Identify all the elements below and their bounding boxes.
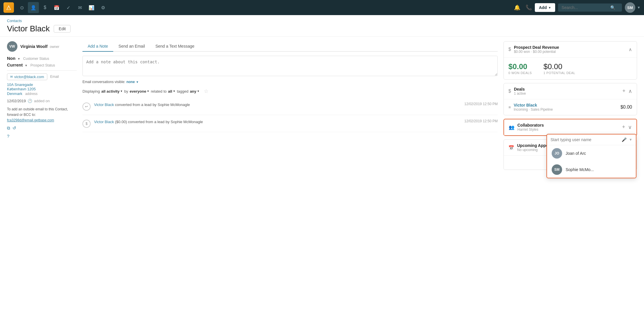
filter-row: Displaying all activity ▼ by everyone ▼ …: [82, 88, 498, 94]
prospect-status-row: Current ▼ Prospect Status: [7, 62, 77, 67]
collaborators-title: Collaborators: [517, 123, 544, 127]
activity-text-2: Victor Black ($0.00) converted from a le…: [94, 119, 461, 125]
settings-icon[interactable]: ⚙: [98, 2, 109, 13]
dollar-widget-icon: $: [508, 47, 511, 52]
owner-label: owner: [50, 45, 60, 49]
dropdown-user-joan[interactable]: JO Joan of Arc: [547, 145, 636, 161]
user-menu-arrow[interactable]: ▼: [637, 6, 641, 10]
customer-status-value[interactable]: Non: [7, 56, 15, 61]
copy-icon[interactable]: ⧉: [7, 125, 10, 132]
collaborators-add-icon[interactable]: +: [622, 124, 625, 130]
filter-any-arrow: ▼: [197, 90, 199, 93]
check-icon[interactable]: ✓: [63, 2, 74, 13]
chart-icon[interactable]: 📊: [86, 2, 97, 13]
date-added: 12/02/2019: [7, 99, 26, 103]
forwarding-section: To add an outside email to this Contact,…: [7, 107, 77, 140]
dollar-icon[interactable]: $: [39, 2, 51, 13]
prospect-status-arrow[interactable]: ▼: [25, 64, 28, 67]
activity-actor-link-2[interactable]: Victor Black: [94, 120, 114, 124]
email-conv-value[interactable]: none: [126, 80, 135, 84]
deal-pipeline-icon: ≡: [508, 105, 511, 109]
owner-name: Virginia Woolf: [20, 44, 48, 49]
breadcrumb[interactable]: Contacts: [7, 19, 637, 23]
left-sidebar: VW Virginia Woolf owner Non ▼ Customer S…: [7, 41, 77, 306]
filter-everyone-dropdown[interactable]: everyone ▼: [130, 89, 150, 94]
email-conv-label: Email conversations visible:: [82, 80, 125, 84]
top-navigation: ⊙ 👤 $ 📅 ✓ ✉ 📊 ⚙ 🔔 📞 Add ▼ 🔍 SM ▼: [0, 0, 644, 15]
filter-activity-dropdown[interactable]: all activity ▼: [101, 89, 123, 94]
prospect-deal-title: Prospect Deal Revenue: [514, 45, 559, 50]
app-logo[interactable]: [3, 2, 14, 13]
main-content: VW Virginia Woolf owner Non ▼ Customer S…: [0, 37, 644, 309]
tab-send-email[interactable]: Send an Email: [113, 41, 150, 51]
notifications-icon[interactable]: 🔔: [512, 2, 523, 13]
owner-row: VW Virginia Woolf owner: [7, 41, 77, 52]
tab-send-text[interactable]: Send a Text Message: [150, 41, 199, 51]
collaborators-icon: 👥: [509, 125, 515, 130]
deals-actions: + ∧: [622, 88, 632, 94]
filter-all-arrow: ▼: [173, 90, 175, 93]
email-nav-icon[interactable]: ✉: [74, 2, 85, 13]
prospect-deal-widget: $ Prospect Deal Revenue $0.00 won · $0.0…: [503, 41, 637, 80]
email-row: ✉ victor@black.com Email: [7, 73, 77, 80]
dropdown-arrow-icon[interactable]: ▼: [629, 138, 632, 142]
potential-amount: $0.00: [544, 62, 575, 71]
filter-any-dropdown[interactable]: any ▼: [190, 89, 199, 94]
person-icon[interactable]: 👤: [28, 2, 39, 13]
customer-status-row: Non ▼ Customer Status: [7, 56, 77, 61]
address-line2: København 1205: [7, 87, 77, 91]
filter-all-dropdown[interactable]: all ▼: [168, 89, 175, 94]
deals-collapse-icon[interactable]: ∧: [628, 88, 632, 94]
collaborator-search-input[interactable]: [551, 137, 619, 142]
deal-name[interactable]: Victor Black: [514, 103, 553, 107]
star-favorite-icon[interactable]: ☆: [204, 88, 208, 94]
edit-button[interactable]: Edit: [54, 25, 71, 33]
forward-text: To add an outside email to this Contact,…: [7, 107, 68, 117]
dropdown-user-sophie[interactable]: SM Sophie McMo...: [547, 161, 636, 178]
add-button[interactable]: Add ▼: [535, 3, 555, 12]
deals-widget: $ Deals 1 active + ∧ ≡ Victor Black Inc: [503, 83, 637, 115]
collaborators-collapse-icon[interactable]: ∨: [628, 124, 632, 130]
deals-header: $ Deals 1 active + ∧: [504, 83, 637, 99]
filter-tagged: tagged: [177, 89, 188, 94]
phone-icon[interactable]: 📞: [523, 2, 534, 13]
customer-status-arrow[interactable]: ▼: [17, 57, 20, 60]
help-icon[interactable]: ?: [7, 133, 9, 140]
deals-subtitle: 1 active: [514, 91, 526, 96]
forward-email[interactable]: fca3298d@email.getbase.com: [7, 118, 54, 122]
search-input[interactable]: [562, 5, 608, 10]
date-label: added on: [34, 99, 50, 103]
prospect-deal-collapse[interactable]: ∧: [629, 47, 632, 52]
address-line1: 10A Snaregade: [7, 82, 77, 87]
speedometer-icon[interactable]: ⊙: [16, 2, 27, 13]
email-field[interactable]: ✉ victor@black.com: [7, 73, 47, 80]
activity-actor-link[interactable]: Victor Black: [94, 103, 114, 107]
clock-icon: 🕐: [28, 99, 32, 103]
filter-activity-arrow: ▼: [120, 90, 123, 93]
add-dropdown-arrow: ▼: [548, 6, 551, 9]
activity-time-2: 12/02/2019 12:50 PM: [464, 119, 498, 123]
user-avatar[interactable]: SM: [625, 2, 635, 13]
filter-by: by: [124, 89, 128, 94]
address-block[interactable]: 10A Snaregade København 1205 Denmark add…: [7, 82, 77, 96]
calendar-icon[interactable]: 📅: [51, 2, 62, 13]
refresh-icon[interactable]: ↺: [12, 125, 16, 132]
tab-add-note[interactable]: Add a Note: [82, 41, 113, 52]
prospect-deal-subtitle: $0.00 won · $0.00 potential: [514, 50, 559, 54]
email-conv-arrow[interactable]: ▼: [136, 80, 139, 84]
note-textarea[interactable]: [82, 56, 498, 76]
deals-add-icon[interactable]: +: [622, 88, 625, 94]
activity-time: 12/02/2019 12:50 PM: [464, 102, 498, 106]
activity-icon-deal: $: [82, 120, 91, 128]
activity-text: Victor Black converted from a lead by So…: [94, 102, 461, 108]
collaborators-actions: + ∨: [622, 124, 632, 130]
address-label: address: [25, 92, 38, 96]
appointments-calendar-icon: 📅: [508, 145, 514, 150]
activity-item-2: $ Victor Black ($0.00) converted from a …: [82, 115, 498, 132]
right-panel: $ Prospect Deal Revenue $0.00 won · $0.0…: [503, 41, 637, 306]
search-icon: 🔍: [610, 5, 615, 10]
sophie-name: Sophie McMo...: [566, 167, 594, 172]
prospect-status-value[interactable]: Current: [7, 62, 23, 67]
address-line3: Denmark: [7, 91, 22, 96]
prospect-deal-body: $0.00 0 WON DEALS $0.00 1 POTENTIAL DEAL: [504, 58, 637, 79]
